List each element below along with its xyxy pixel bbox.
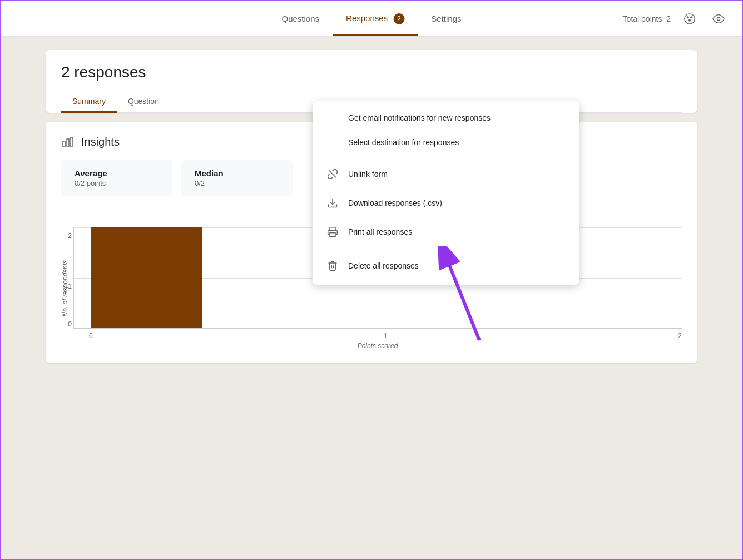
- tab-responses[interactable]: Responses 2: [333, 2, 418, 36]
- stat-median-value: 0/2: [195, 179, 279, 187]
- palette-icon: [683, 13, 696, 25]
- palette-button[interactable]: [680, 9, 700, 29]
- svg-rect-5: [63, 142, 65, 146]
- dropdown-menu: Get email notifications for new response…: [313, 101, 579, 285]
- menu-item-print-label: Print all responses: [348, 227, 412, 236]
- svg-rect-10: [330, 233, 335, 237]
- svg-point-4: [717, 17, 720, 21]
- stat-average-label: Average: [75, 169, 159, 178]
- download-icon: [326, 196, 339, 210]
- svg-point-2: [691, 16, 692, 18]
- svg-point-1: [687, 16, 688, 18]
- top-bar-right: Total points: 2: [623, 9, 729, 29]
- menu-divider-1: [313, 157, 579, 157]
- svg-rect-6: [67, 139, 69, 146]
- menu-item-unlink-label: Unlink form: [348, 170, 388, 179]
- menu-item-delete[interactable]: Delete all responses: [313, 251, 579, 280]
- stat-median: Median 0/2: [181, 160, 293, 196]
- menu-item-download-label: Download responses (.csv): [348, 199, 442, 207]
- svg-line-8: [329, 170, 336, 177]
- sub-tab-summary[interactable]: Summary: [61, 90, 117, 112]
- unlink-icon: [326, 167, 339, 181]
- x-axis-label: Points scored: [73, 342, 682, 350]
- menu-item-download[interactable]: Download responses (.csv): [313, 189, 579, 217]
- y-tick-2: 2: [68, 232, 72, 240]
- eye-icon: [712, 13, 725, 25]
- stat-average: Average 0/2 points: [61, 160, 172, 196]
- menu-item-destination-label: Select destination for responses: [348, 138, 459, 147]
- delete-icon: [326, 259, 339, 272]
- chart-bar-0: [91, 227, 202, 328]
- svg-rect-7: [71, 137, 73, 146]
- stat-average-value: 0/2 points: [75, 179, 159, 187]
- y-tick-0: 0: [68, 320, 72, 328]
- x-labels: 0 1 2: [73, 332, 682, 340]
- preview-button[interactable]: [709, 9, 729, 29]
- sub-tab-question[interactable]: Question: [117, 90, 170, 112]
- x-label-0: 0: [89, 332, 93, 340]
- total-points-label: Total points: 2: [623, 14, 671, 23]
- x-label-2: 2: [678, 332, 682, 340]
- svg-point-3: [689, 19, 691, 21]
- menu-item-select-destination[interactable]: Select destination for responses: [313, 130, 579, 155]
- top-bar: Questions Responses 2 Settings Total poi…: [1, 1, 742, 37]
- y-tick-1: 1: [68, 283, 72, 290]
- svg-point-0: [685, 13, 695, 23]
- menu-item-email-notifications[interactable]: Get email notifications for new response…: [313, 106, 579, 130]
- menu-item-delete-label: Delete all responses: [348, 261, 419, 270]
- menu-item-print[interactable]: Print all responses: [313, 217, 579, 246]
- responses-badge: 2: [393, 13, 404, 24]
- x-label-1: 1: [384, 332, 388, 340]
- menu-item-email-label: Get email notifications for new response…: [348, 113, 491, 122]
- menu-item-unlink[interactable]: Unlink form: [313, 160, 579, 189]
- top-bar-tabs: Questions Responses 2 Settings: [269, 2, 475, 36]
- stat-median-label: Median: [195, 169, 279, 178]
- menu-divider-2: [313, 249, 579, 249]
- insights-bar-chart-icon: [61, 135, 75, 148]
- insights-title: Insights: [81, 136, 120, 148]
- tab-settings[interactable]: Settings: [418, 3, 474, 34]
- tab-questions[interactable]: Questions: [269, 3, 333, 34]
- print-icon: [326, 225, 339, 239]
- responses-title: 2 responses: [61, 63, 682, 81]
